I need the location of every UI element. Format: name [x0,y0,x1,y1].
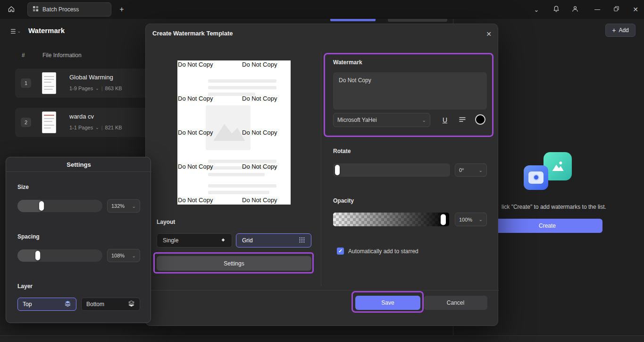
layout-single-button[interactable]: Single [157,233,232,248]
text-color-swatch[interactable] [475,114,485,125]
layer-bottom-label: Bottom [86,301,104,308]
preview-watermark-text: Do Not Copy [242,129,277,136]
modal-close-button[interactable]: ✕ [483,28,495,40]
file-name: Global Warming [69,74,113,81]
cancel-button[interactable]: Cancel [424,296,487,310]
close-icon: ✕ [633,6,638,13]
auto-add-checkbox[interactable]: ✓ [337,248,344,255]
diamond-icon [220,237,226,244]
auto-add-label: Automatically add to starred [348,248,418,255]
layout-grid-button[interactable]: Grid [236,233,311,248]
save-button[interactable]: Save [355,296,420,310]
column-header-index: # [22,52,25,59]
opacity-slider-handle[interactable] [441,214,446,225]
app-window: Batch Process + ⌄ — ✕ [0,0,644,342]
spacing-select[interactable]: 108% ⌄ [107,249,140,262]
chevron-down-icon: ⌄ [479,168,483,173]
size-slider-handle[interactable] [39,201,44,211]
chevron-down-icon[interactable]: ⌄ [95,125,99,130]
file-thumbnail [42,72,56,94]
close-icon: ✕ [486,30,492,38]
size-slider[interactable] [17,200,102,212]
preview-doc-line [208,160,276,163]
watermark-text-input[interactable]: Do Not Copy [333,72,487,110]
page-range-dropdown[interactable]: 1-9 Pages [69,86,93,91]
watermark-preview: Do Not Copy Do Not Copy Do Not Copy Do N… [177,60,291,205]
rotate-select[interactable]: 0° ⌄ [455,163,487,177]
settings-popup-title: Settings [6,161,151,168]
spacing-slider[interactable] [17,249,102,262]
plus-icon: + [612,26,616,34]
layers-top-icon [64,300,71,308]
preview-watermark-text: Do Not Copy [242,163,277,170]
spacing-slider-handle[interactable] [35,251,40,260]
thumb-line [44,118,54,119]
layer-top-button[interactable]: Top [17,298,76,311]
file-meta: 1-1 Pages ⌄ | 821 KB [69,125,122,130]
settings-button-label: Settings [224,260,244,267]
popup-divider [6,171,151,172]
layer-label: Layer [17,283,33,290]
empty-state-hint: lick "Create" to add watermarks to the l… [502,204,606,210]
underline-button[interactable]: U [438,114,452,126]
chevron-down-icon: ⌄ [479,217,483,222]
create-button[interactable]: Create [492,219,602,233]
size-value: 132% [111,203,125,209]
home-icon [8,5,15,14]
layer-bottom-button[interactable]: Bottom [81,298,140,311]
opacity-select[interactable]: 100% ⌄ [455,213,487,226]
new-tab-button[interactable]: + [116,4,127,15]
notifications-button[interactable] [549,3,563,16]
hidden-tab [388,19,447,22]
preview-watermark-text: Do Not Copy [178,197,213,204]
modal-column-divider [321,52,321,286]
preview-watermark-text: Do Not Copy [178,61,213,68]
home-button[interactable] [5,3,18,16]
settings-popup: Settings Size 132% ⌄ Spacing 108% ⌄ Laye… [6,157,151,323]
tabs-dropdown-button[interactable]: ⌄ [529,3,544,16]
hamburger-icon: ☰ [10,28,16,35]
chevron-down-icon[interactable]: ⌄ [95,86,99,91]
preview-watermark-text: Do Not Copy [242,95,277,102]
layout-single-label: Single [163,237,178,244]
tab-batch-process[interactable]: Batch Process [27,2,111,17]
photo-illustration-icon [524,165,548,190]
tab-label: Batch Process [42,6,79,13]
add-button[interactable]: + Add [605,24,636,37]
watermark-section-label: Watermark [333,59,362,66]
size-select[interactable]: 132% ⌄ [107,199,140,213]
grid-dots-icon [299,237,305,245]
bell-icon [552,5,560,14]
rotate-slider[interactable] [333,163,450,177]
layer-top-label: Top [23,301,32,308]
thumb-line [44,125,54,126]
preview-doc-line [208,79,276,83]
close-window-button[interactable]: ✕ [628,3,643,16]
modal-footer-divider [146,290,499,291]
chevron-down-icon: ⌄ [422,118,426,123]
chevron-down-icon: ⌄ [17,29,21,34]
sidebar-menu-button[interactable]: ☰ ⌄ [8,26,24,37]
maximize-button[interactable] [609,3,624,16]
page-range-dropdown[interactable]: 1-1 Pages [69,125,93,130]
font-family-select[interactable]: Microsoft YaHei ⌄ [333,113,430,127]
thumb-line [44,115,54,116]
thumb-line [44,89,53,90]
opacity-value: 100% [459,217,472,222]
minimize-button[interactable]: — [590,3,605,16]
layout-label: Layout [157,219,175,225]
account-button[interactable] [568,3,582,16]
file-size: 821 KB [105,125,122,130]
opacity-slider[interactable] [333,213,449,226]
preview-watermark-text: Do Not Copy [178,129,213,136]
rotate-label: Rotate [333,148,351,154]
person-icon [571,5,579,14]
rotate-slider-handle[interactable] [335,165,340,175]
spacing-label: Spacing [17,233,40,240]
status-bar [0,335,644,342]
settings-button[interactable]: Settings [157,256,311,271]
cancel-button-label: Cancel [447,299,464,306]
preview-doc-line [208,173,265,176]
hidden-tab-indicator [330,19,376,21]
text-align-button[interactable] [456,114,469,126]
